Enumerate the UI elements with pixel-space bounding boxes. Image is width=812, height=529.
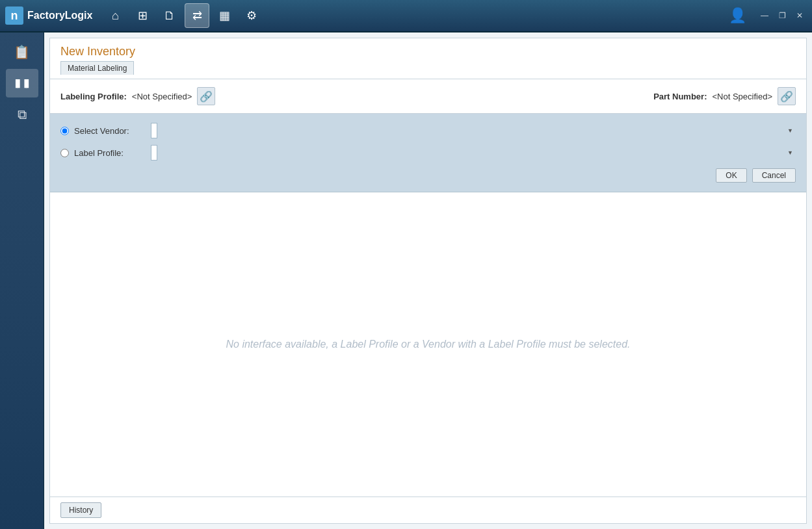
labeling-profile-value: <Not Specified> bbox=[132, 92, 192, 101]
ok-button[interactable]: OK bbox=[716, 168, 746, 183]
page-header: New Inventory Material Labeling bbox=[50, 38, 806, 79]
main-layout: 📋 ▐▌▐▌ ⧉ New Inventory Material Labeling… bbox=[0, 32, 812, 529]
action-row: OK Cancel bbox=[60, 168, 796, 183]
toolbar-icons: ⌂ ⊞ 🗋 ⇄ ▦ ⚙ bbox=[103, 3, 729, 28]
history-button[interactable]: History bbox=[60, 502, 101, 518]
app-logo: n FactoryLogix bbox=[5, 6, 92, 25]
logo-n: n bbox=[5, 6, 23, 25]
labeling-profile-link-icon[interactable]: 🔗 bbox=[197, 87, 215, 105]
title-bar: n FactoryLogix ⌂ ⊞ 🗋 ⇄ ▦ ⚙ 👤 — ❐ ✕ bbox=[0, 0, 812, 32]
page-title: New Inventory bbox=[60, 45, 796, 58]
vendor-dropdown[interactable] bbox=[151, 123, 157, 138]
gear-icon[interactable]: ⚙ bbox=[239, 3, 264, 28]
label-profile-radio[interactable] bbox=[60, 149, 69, 157]
barcode-icon: ▐▌▐▌ bbox=[13, 79, 31, 87]
form-icon: 📋 bbox=[14, 44, 30, 60]
part-number-value: <Not Specified> bbox=[712, 92, 772, 101]
table-icon[interactable]: ▦ bbox=[212, 3, 237, 28]
close-button[interactable]: ✕ bbox=[792, 10, 807, 21]
vendor-dropdown-wrapper bbox=[151, 123, 796, 138]
selection-panel: Select Vendor: Label Profile: bbox=[50, 114, 806, 192]
label-profile-row: Label Profile: bbox=[60, 145, 796, 161]
transfer-icon[interactable]: ⇄ bbox=[185, 3, 209, 28]
label-profile-dropdown[interactable] bbox=[151, 145, 157, 161]
part-number-section: Part Number: <Not Specified> 🔗 bbox=[653, 87, 796, 105]
vendor-radio-label[interactable]: Select Vendor: bbox=[74, 126, 146, 136]
document-icon[interactable]: 🗋 bbox=[157, 3, 182, 28]
title-bar-right: 👤 — ❐ ✕ bbox=[729, 7, 807, 24]
cancel-button[interactable]: Cancel bbox=[752, 168, 796, 183]
sidebar-item-copy[interactable]: ⧉ bbox=[6, 100, 38, 129]
window-controls: — ❐ ✕ bbox=[757, 10, 807, 21]
empty-state-message: No interface available, a Label Profile … bbox=[226, 339, 631, 350]
restore-button[interactable]: ❐ bbox=[775, 10, 790, 21]
sidebar-item-barcode[interactable]: ▐▌▐▌ bbox=[6, 69, 38, 97]
logo-text: FactoryLogix bbox=[27, 10, 92, 21]
label-dropdown-wrapper bbox=[151, 145, 796, 161]
content-area: New Inventory Material Labeling Labeling… bbox=[44, 32, 812, 529]
labeling-row: Labeling Profile: <Not Specified> 🔗 Part… bbox=[60, 87, 796, 105]
user-icon[interactable]: 👤 bbox=[729, 7, 746, 24]
page-footer: History bbox=[50, 497, 806, 523]
page-container: New Inventory Material Labeling Labeling… bbox=[49, 38, 807, 524]
home-icon[interactable]: ⌂ bbox=[103, 3, 127, 28]
part-number-label: Part Number: bbox=[653, 92, 707, 101]
part-number-link-icon[interactable]: 🔗 bbox=[778, 87, 796, 105]
material-labeling-tab[interactable]: Material Labeling bbox=[60, 61, 134, 75]
vendor-radio[interactable] bbox=[60, 127, 69, 135]
label-profile-radio-label[interactable]: Label Profile: bbox=[74, 148, 146, 158]
sidebar-item-form[interactable]: 📋 bbox=[6, 38, 38, 66]
empty-state: No interface available, a Label Profile … bbox=[50, 192, 806, 497]
minimize-button[interactable]: — bbox=[757, 10, 772, 21]
form-section: Labeling Profile: <Not Specified> 🔗 Part… bbox=[50, 79, 806, 114]
grid-icon[interactable]: ⊞ bbox=[130, 3, 155, 28]
sidebar: 📋 ▐▌▐▌ ⧉ bbox=[0, 32, 44, 529]
vendor-row: Select Vendor: bbox=[60, 123, 796, 138]
copy-icon: ⧉ bbox=[18, 107, 27, 122]
labeling-profile-label: Labeling Profile: bbox=[60, 92, 127, 101]
